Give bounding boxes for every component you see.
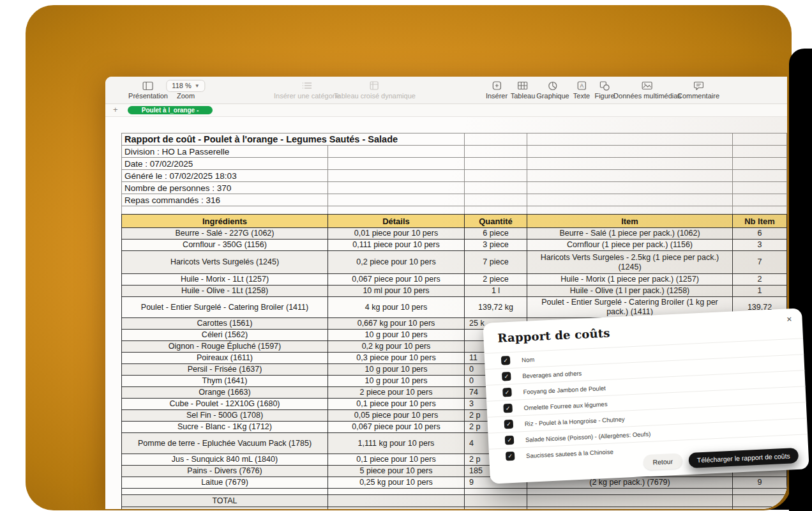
meal-option-label: Fooyang de Jambon de Poulet (523, 384, 606, 395)
table-cell: 0,3 piece pour 10 pers (328, 353, 465, 364)
checkbox-checked-icon[interactable]: ✓ (502, 372, 511, 381)
table-cell: Cube - Poulet - 12X10G (1680) (122, 399, 328, 410)
total-row: TOTAL PAR PERSONNE (122, 507, 787, 510)
empty-cell (328, 489, 465, 495)
empty-cell (465, 495, 527, 507)
report-meta: Date : 07/02/2025 (122, 158, 328, 170)
table-cell: 0,667 kg pour 10 pers (328, 318, 465, 330)
tab-bar: + Poulet à l_orange - (105, 104, 787, 117)
table-row: Beurre - Salé - 227G (1062)0,01 piece po… (122, 228, 787, 240)
table-row: Huile - Morix - 1Lt (1257)0,067 piece po… (122, 274, 787, 286)
zoom-dropdown[interactable]: 118 % ▼ (166, 80, 205, 92)
back-button[interactable]: Retour (643, 453, 683, 470)
text-button[interactable]: A Texte (573, 80, 590, 100)
checkbox-checked-icon[interactable]: ✓ (501, 356, 511, 365)
insert-plus-icon (486, 80, 508, 91)
report-meta-row: Date : 07/02/2025 (122, 158, 787, 170)
table-grid-icon (511, 80, 536, 91)
table-cell: 0,1 piece pour 10 pers (328, 399, 465, 410)
empty-cell (328, 206, 465, 215)
empty-cell (527, 170, 733, 182)
table-cell: 4 kg pour 10 pers (328, 297, 465, 318)
empty-cell (733, 182, 787, 194)
report-meta: Généré le : 07/02/2025 18:03 (122, 170, 328, 182)
empty-cell (465, 158, 527, 170)
shape-button[interactable]: Figure (594, 80, 614, 100)
table-cell: Pains - Divers (7676) (122, 466, 328, 477)
report-title-row: Rapport de coût - Poulet à l'orange - Le… (122, 133, 787, 146)
empty-cell (465, 489, 527, 495)
empty-cell (328, 495, 465, 507)
meal-option-label: Riz - Poulet à la Hongroise - Chutney (525, 415, 625, 427)
checkbox-checked-icon[interactable]: ✓ (506, 452, 515, 461)
table-cell: 0,1 piece pour 10 pers (328, 454, 465, 466)
empty-cell (328, 507, 465, 510)
checkbox-checked-icon[interactable]: ✓ (502, 388, 512, 397)
report-meta-row: Généré le : 07/02/2025 18:03 (122, 170, 787, 182)
chart-icon (536, 80, 569, 91)
empty-cell (328, 170, 465, 182)
table-cell: Sel Fin - 500G (1708) (122, 410, 328, 422)
dialog-title: Rapport de coûts (497, 326, 610, 345)
table-cell: 0,111 piece pour 10 pers (328, 240, 465, 251)
empty-cell (527, 489, 733, 495)
table-cell: Carottes (1561) (122, 318, 328, 330)
report-meta: Repas commandés : 316 (122, 194, 328, 206)
table-cell: 0,25 kg pour 10 pers (328, 477, 465, 489)
pivot-table-button: Tableau croisé dynamique (334, 80, 416, 100)
empty-cell (328, 146, 465, 158)
report-meta-row: Nombre de personnes : 370 (122, 182, 787, 194)
empty-cell (465, 194, 527, 206)
table-cell: 1 l (465, 286, 527, 297)
chart-label: Graphique (536, 92, 569, 100)
empty-cell (122, 489, 328, 495)
checkbox-checked-icon[interactable]: ✓ (504, 420, 514, 429)
empty-cell (527, 158, 733, 170)
comment-button[interactable]: Commentaire (677, 80, 719, 100)
report-info-table: Rapport de coût - Poulet à l'orange - Le… (121, 133, 787, 215)
empty-cell (328, 158, 465, 170)
close-icon[interactable]: × (786, 314, 792, 324)
insert-button[interactable]: Insérer (486, 80, 508, 100)
spacer-row (122, 206, 787, 215)
empty-cell (733, 489, 787, 495)
table-cell: Haricots Verts Surgelés (1245) (122, 251, 328, 274)
add-sheet-button[interactable]: + (113, 105, 118, 115)
total-row: TOTAL (122, 495, 787, 507)
pivot-grid-icon (334, 80, 416, 91)
insert-category-label: Insérer une catégorie (274, 92, 340, 100)
sheet-tab[interactable]: Poulet à l_orange - (128, 106, 213, 114)
sidebar-icon (128, 80, 168, 91)
table-row: Haricots Verts Surgelés (1245)0,2 piece … (122, 251, 787, 274)
table-button[interactable]: Tableau (511, 80, 536, 100)
empty-cell (527, 133, 733, 146)
checkbox-checked-icon[interactable]: ✓ (503, 404, 513, 413)
table-cell: 10 ml pour 10 pers (328, 286, 465, 297)
table-cell: 10 g pour 10 pers (328, 376, 465, 387)
table-cell: Huile - Olive (1 l per pack.) (1258) (527, 286, 733, 297)
chart-button[interactable]: Graphique (536, 80, 569, 100)
empty-cell (465, 146, 527, 158)
zoom-label: Zoom (166, 92, 205, 100)
col-ingredients: Ingrédients (122, 215, 328, 228)
table-cell: Thym (1641) (122, 376, 328, 387)
table-cell: 7 (733, 251, 787, 274)
empty-cell (465, 133, 527, 146)
checkbox-checked-icon[interactable]: ✓ (505, 436, 515, 445)
meal-option-label: Nom (522, 356, 535, 363)
table-cell: Pomme de terre - Epluchée Vacuum Pack (1… (122, 433, 328, 454)
table-cell: Huile - Morix (1 piece per pack.) (1257) (527, 274, 733, 286)
table-cell: Céleri (1562) (122, 330, 328, 341)
table-cell: 5 piece pour 10 pers (328, 466, 465, 477)
zoom-control[interactable]: 118 % ▼ Zoom (166, 80, 205, 100)
table-cell: Cornflour (1 piece per pack.) (1156) (527, 240, 733, 251)
table-cell: Orange (1663) (122, 387, 328, 399)
presentation-button[interactable]: Présentation (128, 80, 168, 100)
pivot-table-label: Tableau croisé dynamique (334, 92, 416, 100)
empty-cell (527, 495, 733, 507)
table-cell: Beurre - Salé (1 piece per pack.) (1062) (527, 228, 733, 240)
table-cell: 3 piece (465, 240, 527, 251)
table-row: Huile - Olive - 1Lt (1258)10 ml pour 10 … (122, 286, 787, 297)
presentation-label: Présentation (128, 92, 168, 100)
media-button[interactable]: Données multimédias (613, 80, 681, 100)
